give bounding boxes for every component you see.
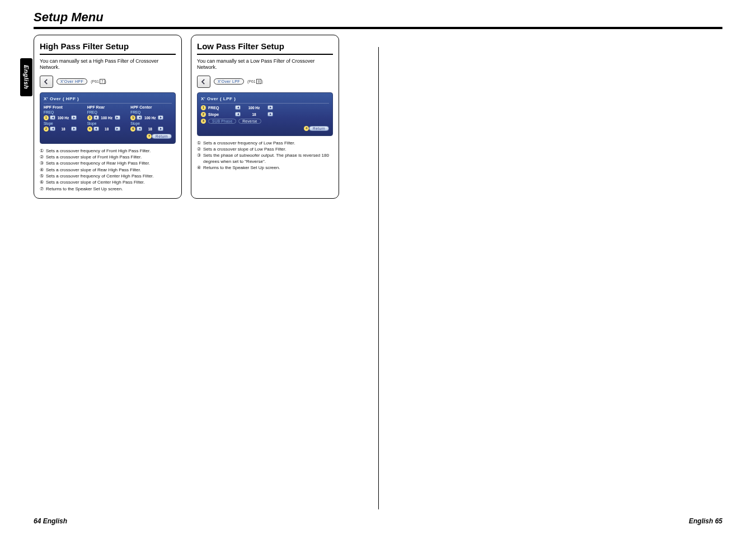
hpf-ref-suffix: ) (105, 79, 106, 83)
hpf-notes: ①Sets a crossover frequency of Front Hig… (40, 148, 176, 193)
lpf-path-ref: (P618) (247, 79, 263, 84)
hpf-breadcrumb: X'Over HPF (P617) (40, 76, 176, 88)
callout-6: 6 (130, 127, 135, 132)
slope-increase-button[interactable] (71, 127, 77, 131)
hpf-path-label[interactable]: X'Over HPF (57, 78, 87, 85)
page-divider (378, 47, 379, 509)
list-item: ②Sets a crossover slope of Front High Pa… (40, 154, 176, 160)
slope-decrease-button[interactable] (235, 112, 241, 116)
list-item: ⑤Sets a crossover frequency of Center Hi… (40, 174, 176, 179)
return-label: Return (156, 134, 168, 138)
lpf-slope-value: 18 (243, 113, 265, 116)
hpf-front-freq-value: 100 Hz (57, 116, 70, 120)
slope-increase-button[interactable] (158, 127, 163, 131)
freq-decrease-button[interactable] (50, 115, 55, 120)
lpf-ref-prefix: (P61 (247, 79, 256, 83)
hpf-front-hdr: HPF Front (44, 105, 85, 109)
lpf-notes: ①Sets a crossover frequency of Low Pass … (197, 140, 333, 171)
hpf-slope-label-1: Slope (44, 121, 85, 125)
return-button[interactable]: Return (309, 126, 329, 131)
callout-2: 2 (201, 112, 206, 117)
list-item: ②Sets a crossover slope of Low Pass Filt… (197, 147, 333, 152)
note-text: Sets a crossover slope of Front High Pas… (46, 154, 142, 160)
lpf-freq-value: 100 Hz (243, 106, 265, 110)
freq-increase-button[interactable] (267, 105, 273, 110)
back-icon[interactable] (197, 76, 210, 88)
arrow-back-icon (200, 78, 208, 86)
lpf-breadcrumb: X'Over LPF (P618) (197, 76, 333, 88)
lpf-heading: Low Pass Filter Setup (197, 40, 333, 55)
hpf-center-slope-control: 6 18 (130, 127, 172, 132)
callout-5: 5 (130, 115, 135, 120)
hpf-ref-num: 7 (100, 79, 105, 84)
freq-increase-button[interactable] (71, 115, 77, 120)
freq-decrease-button[interactable] (137, 115, 142, 120)
lpf-screen-title: X' Over ( LPF ) (201, 96, 329, 101)
hpf-front-freq-control: 1 100 Hz (44, 115, 85, 120)
callout-7: 7 (147, 134, 152, 139)
slope-increase-button[interactable] (115, 127, 120, 131)
lpf-freq-label: FREQ (208, 106, 233, 110)
list-item: ⑦Returns to the Speaker Set Up screen. (40, 186, 176, 192)
lpf-phase-row: 3 SUB Phase Reverse (201, 119, 329, 124)
freq-decrease-button[interactable] (93, 115, 99, 120)
note-text: Sets a crossover slope of Center High Pa… (46, 180, 145, 185)
lpf-slope-row: 2 Slope 18 (201, 112, 329, 117)
lpf-path-label[interactable]: X'Over LPF (214, 78, 244, 85)
list-item: ⑥Sets a crossover slope of Center High P… (40, 180, 176, 185)
arrow-back-icon (43, 78, 50, 86)
callout-3: 3 (201, 119, 206, 124)
slope-increase-button[interactable] (267, 112, 273, 116)
note-text: Sets the phase of subwoofer output. The … (203, 153, 333, 165)
callout-1: 1 (201, 105, 206, 110)
note-text: Returns to the Speaker Set Up screen. (46, 186, 123, 192)
slope-decrease-button[interactable] (93, 127, 99, 131)
footer-right: English 65 (689, 517, 722, 525)
hpf-slope-label-2: Slope (87, 121, 129, 125)
page-footer: 64 English English 65 (0, 517, 756, 525)
note-text: Sets a crossover frequency of Center Hig… (46, 174, 154, 179)
hpf-rear-slope-value: 18 (100, 127, 114, 131)
lpf-intro: You can manually set a Low Pass Filter o… (197, 58, 333, 71)
sub-phase-value[interactable]: Reverse (238, 119, 261, 124)
hpf-freq-label-3: FREQ (130, 110, 172, 114)
callout-4: 4 (304, 126, 309, 131)
lpf-ref-num: 8 (256, 79, 262, 84)
lpf-slope-label: Slope (208, 113, 233, 116)
freq-increase-button[interactable] (158, 115, 163, 120)
hpf-rear-freq-control: 3 100 Hz (87, 115, 129, 120)
footer-left: 64 English (34, 517, 67, 525)
hpf-front-slope-control: 2 18 (44, 127, 85, 132)
back-icon[interactable] (40, 76, 53, 88)
list-item: ③Sets a crossover frequency of Rear High… (40, 161, 176, 166)
hpf-path-ref: (P617) (91, 79, 106, 84)
hpf-freq-label-2: FREQ (87, 110, 129, 114)
hpf-heading: High Pass Filter Setup (40, 40, 176, 55)
freq-decrease-button[interactable] (235, 105, 241, 110)
callout-2: 2 (44, 127, 49, 132)
return-label: Return (313, 127, 325, 130)
freq-increase-button[interactable] (115, 115, 120, 120)
list-item: ①Sets a crossover frequency of Front Hig… (40, 148, 176, 154)
hpf-center-slope-value: 18 (143, 127, 157, 131)
hpf-ref-prefix: (P61 (91, 79, 99, 83)
note-text: Sets a crossover frequency of Rear High … (46, 161, 150, 166)
note-text: Returns to the Speaker Set Up screen. (203, 165, 280, 171)
note-text: Sets a crossover slope of Low Pass Filte… (203, 147, 287, 152)
sub-phase-label: SUB Phase (208, 119, 236, 124)
slope-decrease-button[interactable] (50, 127, 55, 131)
note-text: Sets a crossover frequency of Front High… (46, 148, 151, 154)
hpf-front-slope-value: 18 (57, 127, 70, 131)
list-item: ④Sets a crossover slope of Rear High Pas… (40, 167, 176, 173)
hpf-screen: X' Over ( HPF ) HPF Front HPF Rear HPF C… (40, 92, 176, 144)
hpf-rear-slope-control: 4 18 (87, 127, 129, 132)
hpf-slope-label-3: Slope (130, 121, 172, 125)
hpf-freq-label-1: FREQ (44, 110, 85, 114)
lpf-screen: X' Over ( LPF ) 1 FREQ 100 Hz 2 Slope 18 (197, 92, 333, 136)
slope-decrease-button[interactable] (137, 127, 142, 131)
hpf-intro: You can manually set a High Pass Filter … (40, 58, 176, 71)
return-button[interactable]: Return (152, 134, 172, 139)
lpf-freq-row: 1 FREQ 100 Hz (201, 105, 329, 110)
hpf-panel: High Pass Filter Setup You can manually … (34, 35, 182, 199)
note-text: Sets a crossover frequency of Low Pass F… (203, 140, 295, 146)
